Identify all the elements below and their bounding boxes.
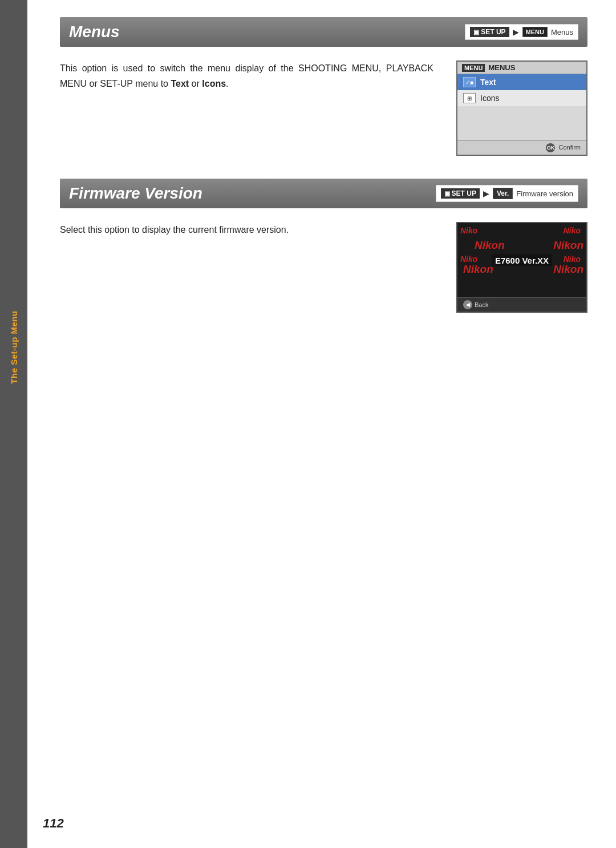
menu-item-icons-label: Icons <box>480 94 499 103</box>
nikon-wm-8: Nikon <box>553 263 583 276</box>
nikon-wm-7: Nikon <box>463 263 493 276</box>
menus-desc-part1: This option is used to switch the menu d… <box>60 63 433 88</box>
breadcrumb-fw-page: Firmware version <box>516 189 573 198</box>
screen-menu-icon: MENU <box>462 64 485 72</box>
back-icon: ◀ <box>463 300 472 309</box>
nikon-wm-1: Niko <box>460 226 477 235</box>
firmware-camera-screen: Niko Niko Nikon Nikon Niko Niko Nikon Ni… <box>456 222 587 313</box>
screen-spacer <box>457 106 586 140</box>
nikon-wm-5: Niko <box>460 255 477 264</box>
breadcrumb-setup-label-fw: SET UP <box>452 189 476 197</box>
nikon-wm-2: Niko <box>564 226 581 235</box>
firmware-header-bar: Firmware Version ▣ SET UP ▶ Ver. Firmwar… <box>60 179 587 208</box>
menus-menu-list: ✓■ Text ⊞ Icons <box>457 74 586 140</box>
ok-icon: OK <box>546 143 555 152</box>
sidebar-tab: The Set-up Menu <box>0 0 27 848</box>
firmware-description: Select this option to display the curren… <box>60 222 433 237</box>
screen-footer-menus: OK Confirm <box>457 140 586 155</box>
nikon-wm-3: Nikon <box>475 239 505 252</box>
screen-header-menus: MENU MENUS <box>457 62 586 74</box>
firmware-version-text: E7600 Ver.XX <box>492 255 552 266</box>
breadcrumb-arrow-menus: ▶ <box>513 27 519 37</box>
firmware-nikon-bg: Niko Niko Nikon Nikon Niko Niko Nikon Ni… <box>457 223 586 297</box>
camera-setup-icon-fw: ▣ <box>444 190 450 197</box>
menu-item-icons-icon: ⊞ <box>463 93 476 103</box>
nikon-wm-6: Niko <box>564 255 581 264</box>
nikon-wm-4: Nikon <box>553 239 583 252</box>
main-content: Menus ▣ SET UP ▶ MENU Menus This option … <box>43 0 616 848</box>
firmware-breadcrumb: ▣ SET UP ▶ Ver. Firmware version <box>436 185 578 202</box>
firmware-section: Firmware Version ▣ SET UP ▶ Ver. Firmwar… <box>60 179 587 313</box>
menus-desc-bold2: Icons <box>202 79 226 88</box>
menus-body: This option is used to switch the menu d… <box>60 60 587 156</box>
breadcrumb-arrow-fw: ▶ <box>483 189 489 198</box>
menus-camera-screen: MENU MENUS ✓■ Text ⊞ Icons OK C <box>456 60 587 156</box>
back-label: Back <box>475 301 488 308</box>
breadcrumb-setup-firmware: ▣ SET UP <box>441 188 480 199</box>
camera-setup-icon: ▣ <box>473 29 479 36</box>
ver-badge: Ver. <box>493 188 513 199</box>
menus-desc-part2: or <box>189 79 202 88</box>
menu-item-text-icon: ✓■ <box>463 77 476 87</box>
menus-title: Menus <box>69 23 120 41</box>
firmware-footer: ◀ Back <box>457 297 586 312</box>
menus-description: This option is used to switch the menu d… <box>60 60 433 91</box>
menus-desc-bold1: Text <box>171 79 189 88</box>
menus-header-bar: Menus ▣ SET UP ▶ MENU Menus <box>60 17 587 47</box>
breadcrumb-setup-menus: ▣ SET UP <box>470 27 509 37</box>
page-number: 112 <box>43 816 64 831</box>
firmware-desc-text: Select this option to display the curren… <box>60 225 289 235</box>
breadcrumb-menu-icon: MENU <box>522 27 548 37</box>
confirm-label: Confirm <box>558 144 581 151</box>
firmware-title: Firmware Version <box>69 184 202 203</box>
menu-item-icons[interactable]: ⊞ Icons <box>457 90 586 106</box>
menu-item-text-label: Text <box>480 78 496 87</box>
menus-breadcrumb: ▣ SET UP ▶ MENU Menus <box>465 24 578 40</box>
screen-header-title: MENUS <box>488 63 515 72</box>
breadcrumb-setup-label: SET UP <box>481 28 505 36</box>
menus-desc-part3: . <box>226 79 228 88</box>
breadcrumb-menus-page: Menus <box>551 28 573 37</box>
sidebar-label: The Set-up Menu <box>9 310 19 383</box>
menu-item-text[interactable]: ✓■ Text <box>457 74 586 90</box>
menus-section: Menus ▣ SET UP ▶ MENU Menus This option … <box>60 17 587 156</box>
firmware-body: Select this option to display the curren… <box>60 222 587 313</box>
